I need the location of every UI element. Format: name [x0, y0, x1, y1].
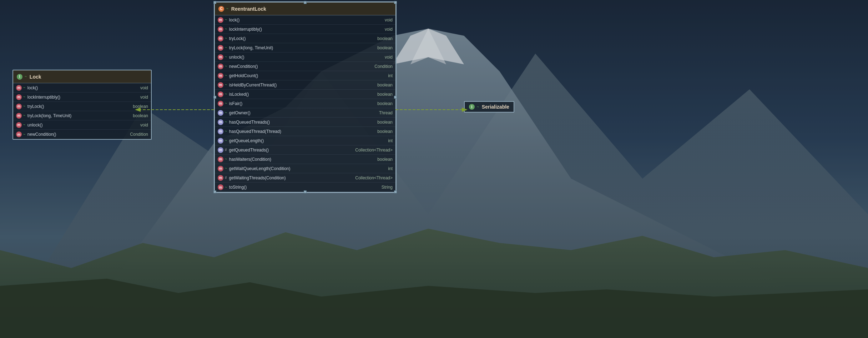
lock-method-4: m ~ tryLock(long, TimeUnit) boolean: [13, 111, 151, 120]
m-badge: m: [218, 156, 223, 162]
m2-badge: m: [218, 110, 223, 116]
m-badge: m: [218, 36, 223, 41]
rl-method-15: m # getQueuedThreads() Collection<Thread…: [215, 145, 395, 155]
m-badge: m: [218, 101, 223, 106]
m-badge: m: [218, 17, 223, 23]
rl-method-6: m ~ newCondition() Condition: [215, 62, 395, 71]
rl-method-5: m ~ unlock() void: [215, 53, 395, 62]
rl-method-16: m ~ hasWaiters(Condition) boolean: [215, 155, 395, 164]
rl-method-4: m ~ tryLock(long, TimeUnit) boolean: [215, 43, 395, 53]
m-badge: m: [16, 122, 22, 128]
lock-visibility: ~: [25, 75, 27, 79]
rl-method-18: m # getWaitingThreads(Condition) Collect…: [215, 173, 395, 183]
lock-badge: I: [17, 74, 22, 80]
handle-br[interactable]: [394, 190, 397, 193]
m-badge: m: [218, 64, 223, 69]
rl-method-2: m ~ lockInterruptibly() void: [215, 25, 395, 34]
m-badge: m: [218, 45, 223, 51]
lock-method-5: m ~ unlock() void: [13, 120, 151, 130]
handle-tr[interactable]: [394, 1, 397, 4]
lock-method-2: m ~ lockInterruptibly() void: [13, 93, 151, 102]
m2-badge: m: [218, 147, 223, 153]
lock-header: I ~ Lock: [13, 70, 151, 83]
handle-bc[interactable]: [304, 190, 307, 193]
m-badge: m: [218, 91, 223, 97]
m-badge: m: [16, 113, 22, 119]
m-badge: m: [16, 94, 22, 100]
background: [0, 0, 868, 338]
m-badge: m: [16, 104, 22, 109]
serializable-title: Serializable: [482, 104, 509, 110]
lock-box: I ~ Lock m ~ lock() void m ~ lockInterru…: [12, 70, 152, 140]
m-badge: m: [16, 85, 22, 91]
m-badge: m: [218, 26, 223, 32]
m-badge: m: [218, 82, 223, 88]
lock-method-6: m ~ newCondition() Condition: [13, 130, 151, 139]
handle-tl[interactable]: [213, 1, 216, 4]
lock-title: Lock: [30, 74, 41, 80]
lock-method-3: m ~ tryLock() boolean: [13, 102, 151, 111]
handle-bl[interactable]: [213, 190, 216, 193]
svg-rect-7: [0, 0, 868, 338]
rl-method-13: m ~ hasQueuedThread(Thread) boolean: [215, 127, 395, 136]
m-badge: m: [218, 54, 223, 60]
reentrantlock-visibility: ~: [226, 7, 228, 11]
rl-method-11: m ~ getOwner() Thread: [215, 108, 395, 118]
m-badge: m: [218, 166, 223, 172]
m-badge: m: [218, 175, 223, 181]
reentrantlock-box: C ~ ReentrantLock m ~ lock() void m ~ lo…: [214, 2, 396, 193]
reentrantlock-title: ReentrantLock: [231, 6, 266, 12]
serializable-visibility: ~: [477, 105, 479, 109]
rl-method-3: m ~ tryLock() boolean: [215, 34, 395, 43]
rl-method-12: m ~ hasQueuedThreads() boolean: [215, 118, 395, 127]
rl-method-14: m ~ getQueueLength() int: [215, 136, 395, 145]
handle-tc[interactable]: [304, 1, 307, 4]
m2-badge: m: [218, 138, 223, 144]
m-badge: m: [218, 184, 223, 190]
rl-method-7: m ~ getHoldCount() int: [215, 71, 395, 80]
rl-method-8: m ~ isHeldByCurrentThread() boolean: [215, 80, 395, 90]
reentrantlock-header: C ~ ReentrantLock: [215, 3, 395, 15]
rl-method-9: m ~ isLocked() boolean: [215, 90, 395, 99]
rl-method-1: m ~ lock() void: [215, 15, 395, 25]
m2-badge: m: [218, 119, 223, 125]
serializable-box: I ~ Serializable: [464, 101, 514, 113]
lock-method-1: m ~ lock() void: [13, 83, 151, 93]
rl-method-10: m ~ isFair() boolean: [215, 99, 395, 108]
rl-method-17: m ~ getWaitQueueLength(Condition) int: [215, 164, 395, 173]
handle-mr[interactable]: [394, 96, 397, 99]
m2-badge: m: [218, 129, 223, 134]
m-badge: m: [16, 131, 22, 137]
serializable-badge: I: [469, 104, 475, 110]
handle-ml[interactable]: [213, 96, 216, 99]
m-badge: m: [218, 73, 223, 79]
reentrantlock-badge: C: [218, 6, 224, 12]
